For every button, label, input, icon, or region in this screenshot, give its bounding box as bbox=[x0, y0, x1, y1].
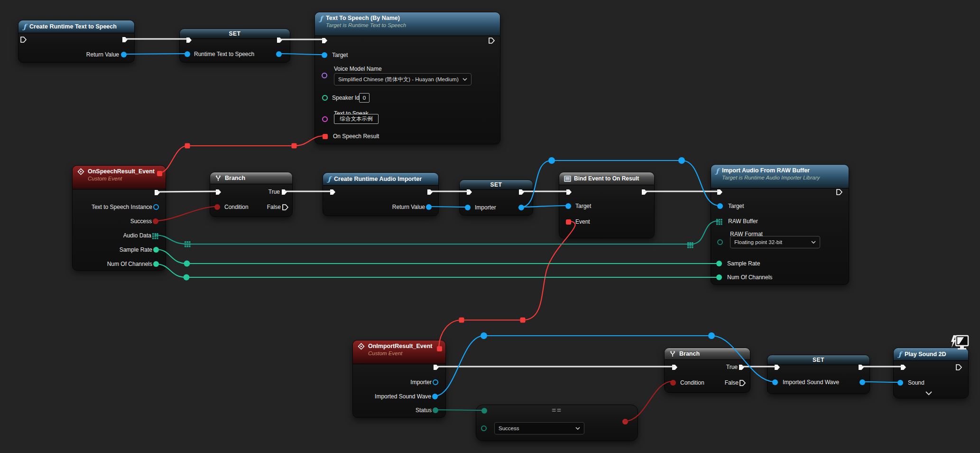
node-set-importer[interactable]: SET Importer bbox=[459, 179, 533, 216]
exec-out-pin[interactable] bbox=[154, 189, 161, 196]
exec-out-pin[interactable] bbox=[276, 37, 283, 44]
node-header[interactable]: OnImportResult_Event Custom Event bbox=[353, 340, 445, 364]
exec-out-pin[interactable] bbox=[488, 37, 495, 44]
raw-format-dropdown[interactable]: Floating point 32-bit bbox=[730, 236, 820, 248]
node-create-audio-importer[interactable]: ƒ Create Runtime Audio Importer Return V… bbox=[323, 172, 439, 216]
enum-compare-pin[interactable] bbox=[481, 425, 487, 431]
node-header[interactable]: OnSpeechResult_Event Custom Event bbox=[73, 166, 166, 189]
exec-in-pin[interactable] bbox=[900, 364, 907, 371]
node-header[interactable]: ƒ Create Runtime Text to Speech bbox=[18, 20, 134, 33]
reroute-delegate-4[interactable] bbox=[520, 318, 526, 323]
raw-format-pin[interactable] bbox=[717, 239, 723, 245]
reroute-delegate-1[interactable] bbox=[185, 143, 190, 149]
reroute-int-1[interactable] bbox=[184, 261, 190, 267]
variable-in-pin[interactable] bbox=[185, 51, 190, 57]
node-import-audio[interactable]: ƒ Import Audio From RAW Buffer Target is… bbox=[711, 164, 849, 285]
variable-out-pin[interactable] bbox=[518, 205, 524, 210]
false-exec-pin[interactable] bbox=[739, 379, 746, 387]
node-onspeechresult-event[interactable]: OnSpeechResult_Event Custom Event Text t… bbox=[72, 165, 166, 271]
node-branch-1[interactable]: Branch True Condition False bbox=[210, 172, 293, 217]
exec-out-pin[interactable] bbox=[121, 36, 129, 43]
speaker-id-pin[interactable] bbox=[322, 95, 328, 101]
exec-out-pin[interactable] bbox=[518, 189, 525, 196]
status-pin[interactable] bbox=[433, 407, 438, 413]
node-header[interactable]: ƒ Create Runtime Audio Importer bbox=[323, 173, 438, 186]
exec-in-pin[interactable] bbox=[20, 36, 27, 43]
voice-model-pin[interactable] bbox=[322, 73, 327, 78]
variable-out-pin[interactable] bbox=[860, 379, 865, 385]
exec-in-pin[interactable] bbox=[321, 37, 328, 44]
sample-rate-pin[interactable] bbox=[716, 261, 722, 266]
true-exec-pin[interactable] bbox=[281, 189, 288, 196]
variable-in-pin[interactable] bbox=[465, 205, 471, 210]
condition-pin[interactable] bbox=[670, 380, 676, 386]
node-create-runtime-tts[interactable]: ƒ Create Runtime Text to Speech Return V… bbox=[18, 20, 135, 63]
text-to-speak-input[interactable]: 综合文本示例 bbox=[334, 114, 379, 124]
exec-in-pin[interactable] bbox=[565, 189, 573, 196]
reroute-object-2[interactable] bbox=[678, 157, 685, 164]
node-set-runtime-tts[interactable]: SET Runtime Text to Speech bbox=[179, 28, 290, 63]
exec-out-pin[interactable] bbox=[836, 189, 843, 196]
node-tts-by-name[interactable]: ƒ Text To Speech (By Name) Target is Run… bbox=[314, 12, 500, 144]
sound-pin[interactable] bbox=[897, 380, 903, 386]
reroute-object-1[interactable] bbox=[548, 157, 555, 164]
node-header[interactable]: Branch bbox=[665, 348, 750, 360]
exec-in-pin[interactable] bbox=[774, 364, 781, 371]
enum-input-pin[interactable] bbox=[481, 408, 487, 414]
node-header[interactable]: ƒ Text To Speech (By Name) Target is Run… bbox=[315, 12, 500, 36]
blueprint-graph-canvas[interactable]: ƒ Create Runtime Text to Speech Return V… bbox=[0, 0, 980, 453]
text-to-speak-pin[interactable] bbox=[322, 116, 328, 122]
true-exec-pin[interactable] bbox=[738, 364, 745, 371]
target-pin[interactable] bbox=[322, 52, 327, 58]
importer-pin[interactable] bbox=[433, 379, 438, 385]
node-header[interactable]: SET bbox=[180, 29, 290, 39]
node-header[interactable]: ƒ Import Audio From RAW Buffer Target is… bbox=[711, 165, 849, 189]
audio-data-pin[interactable] bbox=[152, 233, 158, 239]
condition-pin[interactable] bbox=[214, 204, 220, 210]
num-channels-pin[interactable] bbox=[716, 274, 722, 280]
false-exec-pin[interactable] bbox=[282, 204, 289, 211]
reroute-delegate-2[interactable] bbox=[292, 143, 297, 149]
reroute-int-2[interactable] bbox=[184, 274, 190, 281]
exec-out-pin[interactable] bbox=[641, 189, 648, 196]
return-value-pin[interactable] bbox=[121, 52, 127, 57]
imported-sound-wave-pin[interactable] bbox=[432, 394, 438, 399]
node-header[interactable]: Branch bbox=[210, 172, 292, 184]
node-bind-event[interactable]: Bind Event to On Result Target Event bbox=[559, 172, 655, 238]
node-header[interactable]: Bind Event to On Result bbox=[559, 172, 654, 185]
success-pin[interactable] bbox=[153, 218, 158, 224]
reroute-array-1[interactable] bbox=[185, 241, 191, 247]
return-value-pin[interactable] bbox=[426, 204, 432, 210]
delegate-out-pin[interactable] bbox=[437, 346, 442, 351]
exec-out-pin[interactable] bbox=[433, 364, 440, 371]
variable-out-pin[interactable] bbox=[276, 51, 282, 57]
node-onimportresult-event[interactable]: OnImportResult_Event Custom Event Import… bbox=[352, 340, 446, 418]
variable-in-pin[interactable] bbox=[772, 379, 778, 385]
exec-in-pin[interactable] bbox=[716, 189, 723, 196]
enum-value-dropdown[interactable]: Success bbox=[494, 422, 584, 434]
node-equal-enum[interactable]: == Success bbox=[476, 405, 638, 441]
node-set-imported-sound-wave[interactable]: SET Imported Sound Wave bbox=[767, 355, 870, 394]
reroute-delegate-3[interactable] bbox=[459, 318, 464, 323]
on-speech-result-delegate-pin[interactable] bbox=[323, 134, 328, 139]
exec-out-pin[interactable] bbox=[955, 364, 962, 371]
exec-out-pin[interactable] bbox=[858, 364, 865, 371]
exec-in-pin[interactable] bbox=[466, 189, 473, 196]
target-pin[interactable] bbox=[717, 203, 723, 209]
reroute-object-3[interactable] bbox=[481, 332, 487, 339]
bool-result-pin[interactable] bbox=[622, 419, 628, 425]
num-channels-pin[interactable] bbox=[153, 261, 159, 267]
exec-in-pin[interactable] bbox=[215, 189, 222, 196]
exec-out-pin[interactable] bbox=[426, 189, 434, 196]
delegate-out-pin[interactable] bbox=[157, 171, 162, 176]
exec-in-pin[interactable] bbox=[329, 189, 336, 196]
raw-buffer-pin[interactable] bbox=[716, 218, 722, 225]
tts-instance-pin[interactable] bbox=[153, 204, 159, 210]
exec-in-pin[interactable] bbox=[671, 364, 678, 371]
node-header[interactable]: SET bbox=[767, 355, 869, 365]
speaker-id-input[interactable]: 0 bbox=[359, 93, 370, 103]
target-pin[interactable] bbox=[565, 203, 571, 209]
reroute-array-2[interactable] bbox=[687, 242, 693, 248]
reroute-object-4[interactable] bbox=[708, 332, 715, 339]
exec-in-pin[interactable] bbox=[185, 37, 193, 44]
